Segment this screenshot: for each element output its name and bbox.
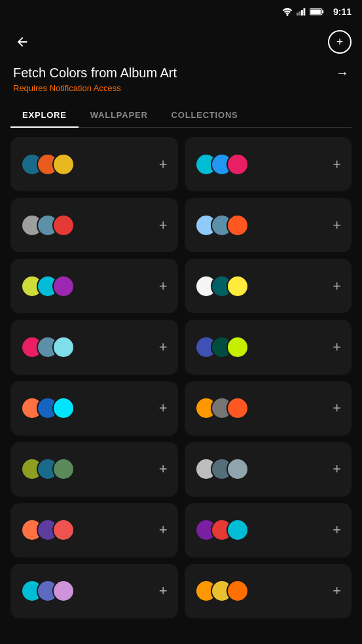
- wifi-icon: [282, 8, 293, 16]
- add-palette-button[interactable]: +: [333, 521, 341, 539]
- svg-rect-7: [310, 9, 321, 14]
- color-dots: [21, 153, 75, 176]
- svg-rect-2: [299, 11, 300, 15]
- color-grid: ++++++++++++++++: [0, 128, 362, 628]
- add-palette-button[interactable]: +: [159, 339, 168, 356]
- svg-rect-3: [301, 10, 303, 15]
- color-card[interactable]: +: [185, 137, 352, 191]
- color-dots: [21, 397, 75, 419]
- add-palette-button[interactable]: +: [159, 521, 168, 539]
- status-bar: 9:11: [0, 0, 362, 24]
- color-card[interactable]: +: [10, 320, 178, 374]
- tabs-bar: EXPLORE WALLPAPER COLLECTIONS: [10, 104, 352, 128]
- svg-point-0: [287, 14, 289, 16]
- color-dot: [52, 458, 75, 480]
- status-time: 9:11: [333, 7, 352, 17]
- add-palette-button[interactable]: +: [333, 461, 341, 478]
- back-button[interactable]: [10, 30, 34, 54]
- add-button[interactable]: +: [328, 30, 352, 54]
- color-dots: [21, 336, 75, 358]
- color-dots: [21, 214, 75, 237]
- color-card[interactable]: +: [10, 564, 178, 618]
- color-card[interactable]: +: [185, 259, 352, 313]
- tab-explore[interactable]: EXPLORE: [10, 104, 79, 128]
- color-dot: [226, 336, 249, 358]
- add-palette-button[interactable]: +: [159, 278, 168, 295]
- notification-access-label[interactable]: Requires Notification Access: [13, 83, 349, 93]
- color-dots: [21, 580, 75, 602]
- tab-wallpaper[interactable]: WALLPAPER: [79, 104, 160, 128]
- add-palette-button[interactable]: +: [159, 156, 168, 173]
- add-palette-button[interactable]: +: [333, 582, 341, 599]
- color-card[interactable]: +: [185, 564, 352, 618]
- color-dot: [52, 519, 75, 541]
- color-dot: [226, 397, 249, 419]
- color-dot: [226, 275, 249, 297]
- color-dot: [226, 153, 249, 176]
- color-card[interactable]: +: [185, 198, 352, 252]
- color-dot: [226, 214, 249, 237]
- color-card[interactable]: +: [185, 320, 352, 374]
- svg-rect-6: [322, 10, 323, 14]
- color-dot: [52, 580, 75, 602]
- color-dot: [226, 580, 249, 602]
- signal-icon: [297, 8, 306, 16]
- add-palette-button[interactable]: +: [159, 461, 168, 478]
- color-card[interactable]: +: [10, 198, 178, 252]
- add-palette-button[interactable]: +: [333, 400, 341, 417]
- color-card[interactable]: +: [185, 503, 352, 558]
- color-card[interactable]: +: [10, 381, 178, 436]
- header-title-row: Fetch Colors from Album Art →: [13, 66, 349, 81]
- tab-collections[interactable]: COLLECTIONS: [160, 104, 250, 128]
- color-card[interactable]: +: [10, 259, 178, 313]
- color-dot: [52, 214, 75, 237]
- color-dot: [52, 153, 75, 176]
- color-dots: [195, 397, 249, 419]
- status-icons: 9:11: [282, 7, 352, 17]
- color-dots: [195, 336, 249, 358]
- color-dots: [21, 275, 75, 297]
- color-dot: [226, 519, 249, 541]
- color-dot: [226, 458, 249, 480]
- battery-icon: [310, 8, 324, 16]
- color-dots: [21, 458, 75, 480]
- color-dots: [195, 458, 249, 480]
- color-card[interactable]: +: [185, 442, 352, 497]
- header-arrow-icon[interactable]: →: [336, 66, 349, 81]
- back-arrow-icon: [15, 35, 29, 49]
- add-palette-button[interactable]: +: [333, 278, 341, 295]
- add-palette-button[interactable]: +: [159, 400, 168, 417]
- add-palette-button[interactable]: +: [333, 339, 341, 356]
- add-palette-button[interactable]: +: [333, 156, 341, 173]
- color-dots: [195, 580, 249, 602]
- color-dot: [52, 275, 75, 297]
- add-palette-button[interactable]: +: [333, 217, 341, 234]
- header: Fetch Colors from Album Art → Requires N…: [0, 60, 362, 104]
- add-palette-button[interactable]: +: [159, 217, 168, 234]
- color-dots: [195, 519, 249, 541]
- color-dot: [52, 336, 75, 358]
- add-palette-button[interactable]: +: [159, 582, 168, 599]
- color-dots: [195, 153, 249, 176]
- svg-rect-1: [297, 12, 299, 15]
- color-card[interactable]: +: [10, 137, 178, 191]
- color-dot: [52, 397, 75, 419]
- svg-rect-4: [303, 8, 305, 15]
- color-dots: [21, 519, 75, 541]
- color-dots: [195, 275, 249, 297]
- color-card[interactable]: +: [10, 442, 178, 497]
- color-card[interactable]: +: [185, 381, 352, 436]
- top-bar: +: [0, 24, 362, 60]
- color-card[interactable]: +: [10, 503, 178, 558]
- page-title: Fetch Colors from Album Art: [13, 66, 177, 81]
- color-dots: [195, 214, 249, 237]
